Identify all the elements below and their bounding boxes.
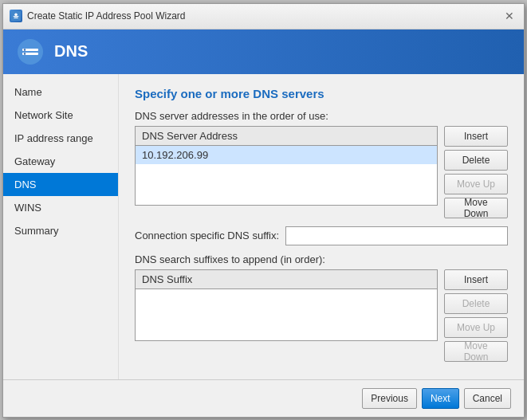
sidebar-item-ip-address-range[interactable]: IP address range (3, 127, 118, 150)
suffix-insert-button[interactable]: Insert (444, 269, 508, 290)
section-title: Specify one or more DNS servers (135, 87, 508, 100)
dns-table-body: 10.192.206.99 (136, 146, 437, 202)
sidebar-item-wins[interactable]: WINS (3, 196, 118, 219)
svg-point-1 (14, 14, 18, 17)
header-title: DNS (54, 42, 88, 61)
suffix-table-body (136, 289, 437, 345)
close-button[interactable]: ✕ (501, 8, 517, 24)
dns-button-group: Insert Delete Move Up Move Down (444, 126, 508, 218)
suffix-move-up-button[interactable]: Move Up (444, 317, 508, 338)
suffix-input[interactable] (285, 226, 508, 245)
svg-point-4 (18, 39, 43, 65)
dns-move-down-button[interactable]: Move Down (444, 198, 508, 218)
suffix-section: DNS Suffix Insert Delete Move Up Move Do… (135, 269, 508, 362)
suffix-delete-button[interactable]: Delete (444, 293, 508, 314)
dns-move-up-button[interactable]: Move Up (444, 174, 508, 194)
sidebar-item-gateway[interactable]: Gateway (3, 150, 118, 173)
suffix-table-label: DNS search suffixes to append (in order)… (135, 253, 508, 265)
title-bar-icon (10, 10, 22, 22)
dns-section: DNS Server Address 10.192.206.99 Insert … (135, 126, 508, 218)
dns-column-header: DNS Server Address (136, 127, 437, 146)
svg-point-8 (24, 53, 26, 54)
dns-table-label: DNS server addresses in the order of use… (135, 110, 508, 122)
svg-rect-2 (14, 18, 18, 18)
dns-table-part: DNS Server Address 10.192.206.99 (135, 126, 438, 218)
title-bar: Create Static IP Address Pool Wizard ✕ (3, 4, 524, 29)
dns-table-row[interactable]: 10.192.206.99 (136, 146, 437, 164)
sidebar-item-dns[interactable]: DNS (3, 173, 118, 196)
dns-delete-button[interactable]: Delete (444, 150, 508, 171)
suffix-button-group: Insert Delete Move Up Move Down (444, 269, 508, 362)
suffix-label: Connection specific DNS suffix: (135, 230, 279, 241)
svg-rect-3 (14, 16, 19, 17)
content-area: Name Network Site IP address range Gatew… (3, 74, 524, 379)
header-band: DNS (3, 29, 524, 74)
suffix-move-down-button[interactable]: Move Down (444, 341, 508, 362)
dns-table-container: DNS Server Address 10.192.206.99 (135, 126, 438, 206)
suffix-table-container: DNS Suffix (135, 269, 438, 341)
cancel-button[interactable]: Cancel (464, 388, 511, 409)
sidebar-item-network-site[interactable]: Network Site (3, 104, 118, 127)
previous-button[interactable]: Previous (362, 388, 417, 409)
main-panel: Specify one or more DNS servers DNS serv… (119, 74, 524, 379)
sidebar: Name Network Site IP address range Gatew… (3, 74, 119, 379)
wizard-window: Create Static IP Address Pool Wizard ✕ D… (2, 3, 525, 418)
footer: Previous Next Cancel (3, 379, 524, 417)
svg-point-7 (24, 49, 26, 50)
dns-icon (16, 37, 45, 66)
sidebar-item-name[interactable]: Name (3, 80, 118, 104)
suffix-table-part: DNS Suffix (135, 269, 438, 362)
suffix-row: Connection specific DNS suffix: (135, 226, 508, 245)
next-button[interactable]: Next (422, 388, 459, 409)
sidebar-item-summary[interactable]: Summary (3, 219, 118, 242)
dns-insert-button[interactable]: Insert (444, 126, 508, 147)
suffix-column-header: DNS Suffix (136, 270, 437, 289)
title-bar-text: Create Static IP Address Pool Wizard (27, 10, 501, 22)
